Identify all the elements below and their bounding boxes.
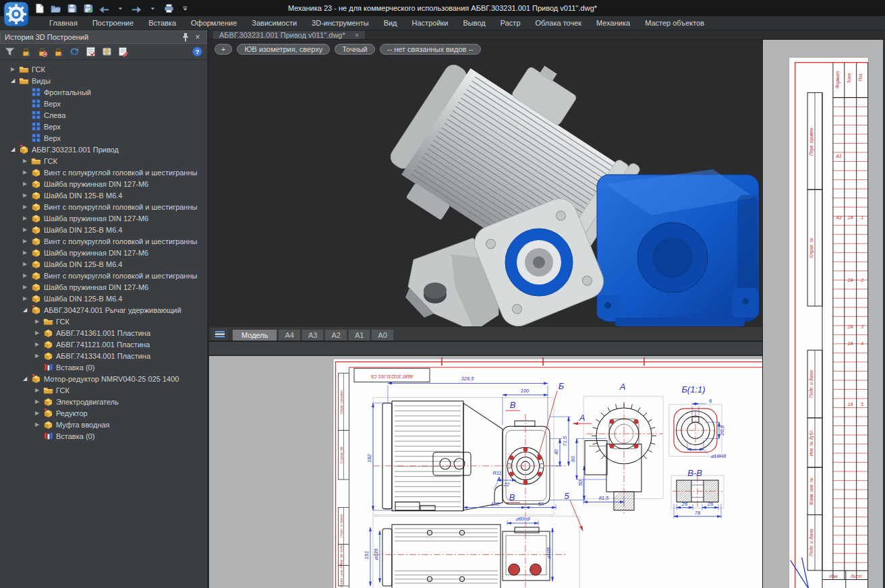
expand-arrow-icon[interactable]: ▶ (19, 249, 31, 256)
redo-icon[interactable] (130, 1, 143, 15)
expand-arrow-icon[interactable]: ▶ (19, 238, 31, 244)
menu-item-7[interactable]: Вид (376, 16, 405, 30)
tree-item-30[interactable]: ▶Электродвигатель (0, 396, 207, 407)
expand-arrow-icon[interactable]: ▶ (31, 410, 43, 416)
menu-item-8[interactable]: Настройки (405, 16, 456, 30)
expand-arrow-icon[interactable]: ▶ (19, 204, 31, 210)
layout-tab-А3[interactable]: А3 (302, 329, 324, 341)
expand-arrow-icon[interactable]: ▶ (19, 158, 31, 164)
layout-tab-А0[interactable]: А0 (371, 329, 393, 341)
layout-tab-А4[interactable]: А4 (278, 329, 300, 341)
expand-arrow-icon[interactable]: ▶ (31, 387, 43, 393)
view-orientation-button[interactable]: ЮВ изометрия, сверху (237, 44, 330, 55)
expand-arrow-icon[interactable]: ▶ (19, 227, 31, 233)
tree-item-21[interactable]: ▶Шайба DIN 125-В М6.4 (0, 293, 207, 304)
tree-item-23[interactable]: ▶ГСК (0, 316, 207, 327)
tree-item-15[interactable]: ▶Шайба DIN 125-В М6.4 (0, 224, 207, 235)
print-icon[interactable] (162, 1, 175, 15)
tree-item-20[interactable]: ▶Шайба пружинная DIN 127-М6 (0, 281, 207, 293)
expand-arrow-icon[interactable]: ▶ (19, 192, 31, 198)
lock-up-icon[interactable] (53, 46, 64, 57)
tree-item-22[interactable]: ◢АБВГ.304274.001 Рычаг удерживающий (0, 304, 207, 316)
expand-arrow-icon[interactable]: ▶ (7, 66, 19, 72)
expand-arrow-icon[interactable]: ▶ (19, 169, 31, 175)
tree-item-14[interactable]: ▶Шайба пружинная DIN 127-М6 (0, 212, 207, 224)
tree-item-27[interactable]: Вставка (0) (0, 361, 207, 373)
expand-arrow-icon[interactable]: ▶ (31, 399, 43, 405)
viewport-3d[interactable]: + ЮВ изометрия, сверху Точный -- нет свя… (209, 40, 762, 326)
tree-item-9[interactable]: ▶ГСК (0, 155, 207, 167)
visual-style-button[interactable]: Точный (335, 44, 375, 55)
expand-arrow-icon[interactable]: ▶ (31, 353, 43, 359)
collapse-arrow-icon[interactable]: ◢ (19, 307, 31, 313)
tree-item-10[interactable]: ▶Винт с полукруглой головкой и шестигран… (0, 167, 207, 178)
open-file-icon[interactable] (49, 1, 62, 15)
redo-more-icon[interactable] (146, 1, 159, 15)
3d-model-view[interactable] (209, 40, 762, 326)
tree-item-1[interactable]: ▶ГСК (0, 63, 207, 75)
tree-item-19[interactable]: ▶Винт с полукруглой головкой и шестигран… (0, 270, 207, 281)
expand-arrow-icon[interactable]: ▶ (31, 341, 43, 347)
expand-arrow-icon[interactable]: ▶ (31, 318, 43, 324)
lock-down-icon[interactable] (20, 46, 32, 57)
expand-arrow-icon[interactable]: ▶ (19, 261, 31, 267)
close-icon[interactable]: × (193, 32, 202, 42)
tree-item-11[interactable]: ▶Шайба пружинная DIN 127-М6 (0, 178, 207, 189)
menu-item-2[interactable]: Построение (85, 16, 141, 30)
viewport-splitter[interactable] (209, 341, 762, 356)
tree-item-2[interactable]: ◢Виды (0, 75, 207, 86)
pin-icon[interactable] (181, 32, 190, 42)
save-all-icon[interactable] (81, 1, 94, 15)
undo-icon[interactable] (97, 1, 111, 15)
menu-item-5[interactable]: Зависимости (244, 16, 304, 30)
tree-item-28[interactable]: ◢Мотор-редуктор NMRV040-25 025 1400 (0, 373, 207, 384)
viewport-2d[interactable]: Перв. примен.Справ. №Подп. и датаИнв. № … (209, 356, 762, 588)
tree-item-29[interactable]: ▶ГСК (0, 384, 207, 396)
menu-item-4[interactable]: Оформление (183, 16, 244, 30)
tree-item-16[interactable]: ▶Винт с полукруглой головкой и шестигран… (0, 235, 207, 247)
tree-item-12[interactable]: ▶Шайба DIN 125-В М6.4 (0, 189, 207, 201)
tree-item-17[interactable]: ▶Шайба пружинная DIN 127-М6 (0, 247, 207, 258)
expand-arrow-icon[interactable]: ▶ (31, 421, 43, 428)
tree-item-4[interactable]: Верх (0, 98, 207, 109)
app-logo-icon[interactable] (3, 1, 29, 27)
document-tab[interactable]: АБВГ.303231.001 Привод v011''.dwg* × (212, 30, 366, 39)
layout-tab-Модель[interactable]: Модель (232, 329, 277, 341)
expand-arrow-icon[interactable]: ▶ (19, 272, 31, 278)
lightning-icon[interactable] (101, 46, 113, 57)
tree-item-3[interactable]: Фронтальный (0, 86, 207, 98)
expand-arrow-icon[interactable]: ▶ (19, 284, 31, 290)
menu-item-10[interactable]: Растр (493, 16, 528, 30)
menu-item-13[interactable]: Мастер объектов (637, 16, 712, 30)
tree-item-8[interactable]: ◢АБВГ.303231.001 Привод (0, 144, 207, 155)
tab-close-icon[interactable]: × (355, 31, 359, 39)
new-file-icon[interactable] (32, 1, 46, 15)
menu-item-9[interactable]: Вывод (455, 16, 492, 30)
expand-arrow-icon[interactable]: ▶ (19, 215, 31, 221)
tree-item-26[interactable]: ▶АБВГ.741334.001 Пластина (0, 350, 207, 361)
sync-icon[interactable] (69, 46, 80, 57)
tree-item-7[interactable]: Верх (0, 132, 207, 144)
menu-item-6[interactable]: 3D-инструменты (304, 16, 376, 30)
help-icon[interactable]: ? (192, 46, 203, 57)
tree-item-32[interactable]: ▶Муфта вводная (0, 419, 207, 430)
layout-tab-А2[interactable]: А2 (324, 329, 347, 341)
save-icon[interactable] (65, 1, 78, 15)
tree-item-13[interactable]: ▶Винт с полукруглой головкой и шестигран… (0, 201, 207, 212)
tree-item-24[interactable]: ▶АБВГ.741361.001 Пластина (0, 327, 207, 339)
collapse-arrow-icon[interactable]: ◢ (7, 146, 19, 152)
menu-item-1[interactable]: Главная (42, 16, 85, 30)
tree-item-18[interactable]: ▶Шайба DIN 125-В М6.4 (0, 258, 207, 270)
menu-item-12[interactable]: Механика (589, 16, 637, 30)
checklist-icon[interactable] (85, 46, 96, 57)
specification-sheet-canvas[interactable]: ФорматЗонаПоз.Перв. примен.Справ. №Подп.… (763, 40, 883, 588)
filter-icon[interactable] (4, 46, 16, 57)
tree-item-5[interactable]: Слева (0, 109, 207, 121)
collapse-arrow-icon[interactable]: ◢ (7, 78, 19, 84)
viewport-plus-button[interactable]: + (215, 44, 232, 55)
menu-item-3[interactable]: Вставка (141, 16, 183, 30)
edit-form-icon[interactable] (117, 46, 129, 57)
layout-list-icon[interactable] (212, 328, 227, 339)
expand-arrow-icon[interactable]: ▶ (19, 181, 31, 187)
layout-tab-А1[interactable]: А1 (348, 329, 370, 341)
